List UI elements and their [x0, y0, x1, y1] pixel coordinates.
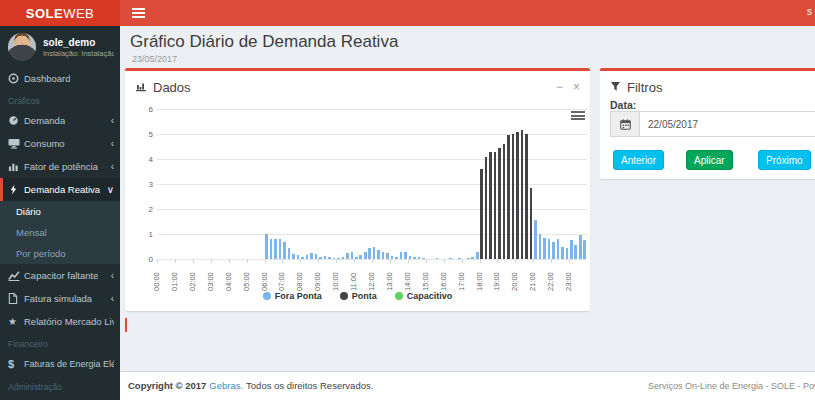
- x-axis-tick-label: 18:00: [476, 265, 484, 291]
- chart-bar: [516, 132, 519, 260]
- chart-bar: [351, 252, 354, 260]
- x-axis-tick-label: 15:00: [422, 265, 430, 291]
- x-axis-tick: [390, 259, 391, 263]
- chart-bar: [507, 135, 510, 259]
- date-input[interactable]: [639, 111, 815, 137]
- chart-bar: [436, 258, 439, 259]
- chart-bar: [471, 257, 474, 260]
- display-icon: [8, 138, 24, 149]
- chevron-left-icon: ‹: [111, 140, 114, 148]
- x-axis-tick-label: 05:00: [243, 265, 251, 291]
- x-axis-tick-label: 22:00: [547, 265, 555, 291]
- x-axis-tick-label: 20:00: [511, 265, 519, 291]
- collapse-icon[interactable]: −: [556, 82, 563, 92]
- close-icon[interactable]: ×: [573, 82, 580, 92]
- x-axis-tick-label: 10:00: [332, 265, 340, 291]
- chart-bar: [543, 238, 546, 259]
- chart-legend: Fora PontaPontaCapacitivo: [133, 291, 582, 301]
- sidebar-item-capacitor-faltante[interactable]: Capacitor faltante ‹: [0, 264, 120, 287]
- x-axis-tick-label: 23:00: [565, 265, 573, 291]
- legend-item[interactable]: Fora Ponta: [263, 291, 322, 301]
- sidebar-item-fatura-simulada[interactable]: Fatura simulada ‹: [0, 287, 120, 310]
- chart-bar: [557, 239, 560, 259]
- x-axis-tick-label: 14:00: [404, 265, 412, 291]
- sidebar-item-label: Capacitor faltante: [24, 270, 98, 281]
- chart-bar: [422, 258, 425, 259]
- chart-bars-icon: [135, 78, 147, 96]
- filtros-panel: Filtros Data: Anterior Aplicar Próximo: [600, 68, 815, 179]
- chart-bar: [319, 257, 322, 260]
- date-input-group: [610, 111, 815, 137]
- chart-bar: [521, 130, 524, 259]
- x-axis-tick-label: 12:00: [368, 265, 376, 291]
- aplicar-button[interactable]: Aplicar: [686, 150, 733, 170]
- chart-bar: [561, 247, 564, 260]
- app-logo[interactable]: SOLEWEB: [0, 0, 120, 26]
- x-axis-tick: [211, 259, 212, 263]
- chart-bar: [458, 258, 461, 259]
- x-axis-tick: [193, 259, 194, 263]
- sidebar-item-fator-de-potencia[interactable]: Fator de potência ‹: [0, 155, 120, 178]
- x-axis-tick-label: 08:00: [296, 265, 304, 291]
- sidebar-subitem-por-periodo[interactable]: Por período: [0, 243, 120, 264]
- file-icon: [8, 293, 24, 304]
- footer-gebras-link[interactable]: Gebras.: [209, 380, 243, 391]
- x-axis-tick-label: 01:00: [171, 265, 179, 291]
- x-axis-tick: [497, 259, 498, 263]
- x-axis-tick: [515, 259, 516, 263]
- legend-item[interactable]: Ponta: [340, 291, 377, 301]
- legend-label: Capacitivo: [407, 291, 453, 301]
- hamburger-icon[interactable]: [132, 8, 145, 19]
- chart-bar: [409, 256, 412, 259]
- chart-bar: [552, 242, 555, 260]
- y-axis-tick-label: 3: [135, 180, 153, 189]
- anterior-button[interactable]: Anterior: [613, 150, 664, 170]
- chart-bar: [404, 252, 407, 259]
- chart-bar: [534, 220, 537, 259]
- app-window: SOLEWEB s sole_demo Instalação: Instalaç…: [0, 0, 815, 400]
- sidebar-item-relatorio-mercado-livre[interactable]: ★ Relatório Mercado Livre: [0, 310, 120, 333]
- gauge-icon: [8, 115, 24, 126]
- chevron-down-icon: ∨: [107, 186, 114, 194]
- sidebar-item-demanda-reativa[interactable]: Demanda Reativa ∨: [0, 178, 120, 201]
- chevron-left-icon: ‹: [111, 295, 114, 303]
- top-navbar: SOLEWEB s: [0, 0, 815, 26]
- sidebar-item-ocorrencias-emails[interactable]: Ocorrencias e Emails: [0, 395, 120, 400]
- chart-bar: [503, 144, 506, 259]
- chart-bar: [570, 240, 573, 259]
- chart-bar: [333, 258, 336, 259]
- chart-bar: [485, 157, 488, 260]
- y-axis-tick-label: 2: [135, 205, 153, 214]
- chart-bar: [279, 239, 282, 260]
- x-axis-tick: [354, 259, 355, 263]
- chart-bar: [386, 253, 389, 259]
- legend-item[interactable]: Capacitivo: [395, 291, 453, 301]
- sidebar-subitem-diario[interactable]: Diário: [0, 201, 120, 222]
- x-axis-tick: [372, 259, 373, 263]
- chevron-left-icon: ‹: [111, 163, 114, 171]
- sidebar-item-faturas-energia[interactable]: $ Faturas de Energia Elétrica: [0, 352, 120, 376]
- sidebar-item-consumo[interactable]: Consumo ‹: [0, 132, 120, 155]
- x-axis-tick: [300, 259, 301, 263]
- sidebar-item-demanda[interactable]: Demanda ‹: [0, 109, 120, 132]
- chart-bar: [530, 188, 533, 259]
- chart-bar: [400, 252, 403, 260]
- page-date: 23/05/2017: [132, 54, 177, 64]
- chart-export-menu-icon[interactable]: [571, 111, 585, 122]
- proximo-button[interactable]: Próximo: [758, 150, 811, 170]
- sidebar-subitem-mensal[interactable]: Mensal: [0, 222, 120, 243]
- bolt-icon: [8, 184, 24, 195]
- x-axis-tick-label: 11:00: [350, 265, 358, 291]
- x-axis-tick: [247, 259, 248, 263]
- chart-bar: [583, 240, 586, 259]
- legend-dot-icon: [395, 292, 403, 300]
- x-axis-tick: [462, 259, 463, 263]
- chevron-left-icon: ‹: [111, 272, 114, 280]
- x-axis-tick-label: 03:00: [207, 265, 215, 291]
- chart-bar: [391, 256, 394, 259]
- x-axis-tick-label: 17:00: [458, 265, 466, 291]
- sidebar-item-dashboard[interactable]: Dashboard: [0, 67, 120, 90]
- chart-bar: [364, 252, 367, 260]
- sidebar-item-label: Dashboard: [24, 73, 70, 84]
- topbar-user-label[interactable]: s: [807, 6, 812, 17]
